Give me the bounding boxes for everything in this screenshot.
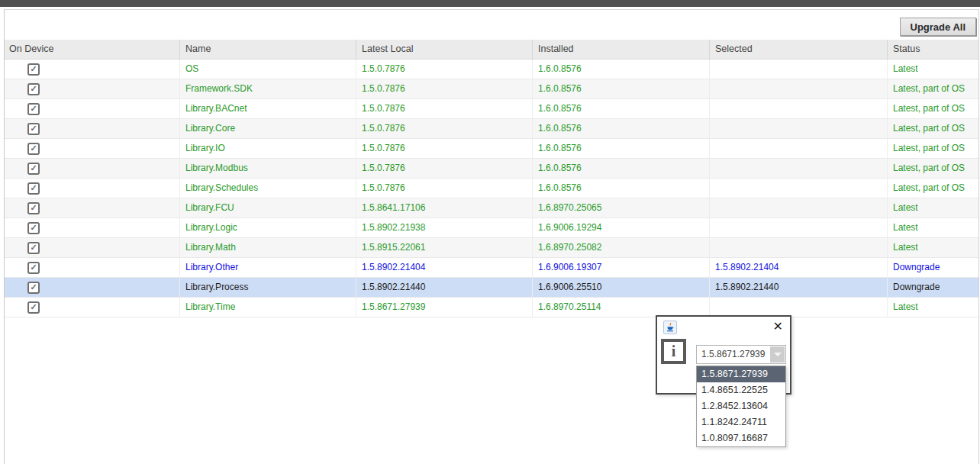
cell-name: Library.Logic [180, 218, 356, 237]
table-row[interactable]: ✓ Framework.SDK 1.5.0.7876 1.6.0.8576 La… [5, 79, 978, 99]
on-device-checkbox[interactable]: ✓ [27, 103, 40, 115]
cell-selected [710, 60, 888, 79]
table-row[interactable]: ✓ Library.Logic 1.5.8902.21938 1.6.9006.… [5, 218, 978, 238]
cell-latest-local: 1.5.0.7876 [356, 119, 533, 138]
cell-installed: 1.6.0.8576 [533, 99, 710, 118]
cell-selected: 1.5.8902.21404 [710, 258, 888, 277]
cell-latest-local: 1.5.0.7876 [356, 179, 533, 198]
table-row[interactable]: ✓ Library.Process 1.5.8902.21440 1.6.900… [5, 278, 978, 298]
table-row[interactable]: ✓ Library.Math 1.5.8915.22061 1.6.8970.2… [5, 238, 978, 258]
upgrade-all-button[interactable]: Upgrade All [900, 18, 976, 36]
table-row[interactable]: ✓ Library.Modbus 1.5.0.7876 1.6.0.8576 L… [5, 159, 978, 179]
java-icon [663, 321, 677, 334]
cell-latest-local: 1.5.8641.17106 [356, 198, 533, 218]
cell-on-device: ✓ [5, 238, 180, 257]
cell-status: Latest [888, 218, 978, 237]
version-combobox[interactable]: 1.5.8671.27939 [696, 345, 786, 364]
table-row[interactable]: ✓ Library.IO 1.5.0.7876 1.6.0.8576 Lates… [5, 139, 978, 159]
on-device-checkbox[interactable]: ✓ [27, 83, 40, 95]
cell-on-device: ✓ [5, 258, 180, 277]
cell-status: Latest, part of OS [888, 139, 978, 158]
version-option[interactable]: 1.4.8651.22525 [697, 382, 785, 398]
on-device-checkbox[interactable]: ✓ [27, 182, 40, 195]
cell-name: Library.BACnet [180, 99, 356, 118]
cell-name: Library.Process [180, 278, 356, 297]
cell-name: Library.Other [180, 258, 356, 277]
checkmark-icon: ✓ [30, 224, 37, 232]
checkmark-icon: ✓ [30, 204, 37, 212]
cell-status: Latest [888, 198, 978, 218]
cell-selected: 1.5.8902.21440 [710, 278, 888, 297]
cell-installed: 1.6.9006.19294 [533, 218, 710, 237]
cell-on-device: ✓ [5, 278, 180, 297]
cell-latest-local: 1.5.0.7876 [356, 139, 533, 158]
cell-on-device: ✓ [5, 218, 180, 237]
chevron-down-icon [774, 353, 782, 356]
on-device-checkbox[interactable]: ✓ [27, 143, 40, 155]
cell-selected [710, 79, 888, 98]
table-body: ✓ OS 1.5.0.7876 1.6.0.8576 Latest ✓ Fram… [5, 60, 978, 317]
version-option[interactable]: 1.2.8452.13604 [697, 398, 785, 414]
cell-name: Library.Core [180, 119, 356, 138]
checkmark-icon: ✓ [30, 124, 37, 133]
cell-selected [710, 218, 888, 237]
on-device-checkbox[interactable]: ✓ [27, 123, 40, 135]
cell-installed: 1.6.9006.19307 [533, 258, 710, 277]
cell-status: Latest [888, 298, 978, 317]
cell-latest-local: 1.5.8902.21938 [356, 218, 533, 237]
col-header-on-device: On Device [5, 40, 180, 59]
cell-name: Library.Math [180, 238, 356, 257]
cell-on-device: ✓ [5, 99, 180, 118]
checkmark-icon: ✓ [30, 144, 37, 153]
on-device-checkbox[interactable]: ✓ [27, 301, 40, 314]
cell-installed: 1.6.8970.25065 [533, 198, 710, 218]
on-device-checkbox[interactable]: ✓ [27, 242, 40, 254]
cell-status: Latest, part of OS [888, 119, 978, 138]
cell-on-device: ✓ [5, 298, 180, 317]
table-row[interactable]: ✓ Library.Schedules 1.5.0.7876 1.6.0.857… [5, 179, 978, 198]
on-device-checkbox[interactable]: ✓ [27, 282, 40, 294]
table-row[interactable]: ✓ Library.Other 1.5.8902.21404 1.6.9006.… [5, 258, 978, 278]
update-panel: Upgrade All On Device Name Latest Local … [4, 9, 979, 464]
cell-selected [710, 99, 888, 118]
version-option[interactable]: 1.0.8097.16687 [697, 430, 785, 446]
cell-installed: 1.6.8970.25082 [533, 238, 710, 257]
cell-latest-local: 1.5.8902.21440 [356, 278, 533, 297]
cell-on-device: ✓ [5, 79, 180, 98]
version-option[interactable]: 1.1.8242.24711 [697, 414, 785, 430]
cell-status: Latest, part of OS [888, 179, 978, 198]
checkmark-icon: ✓ [30, 85, 37, 93]
cell-installed: 1.6.8970.25114 [533, 298, 710, 317]
on-device-checkbox[interactable]: ✓ [27, 163, 40, 175]
col-header-name: Name [180, 40, 356, 59]
version-option[interactable]: 1.5.8671.27939 [697, 366, 785, 382]
cell-selected [710, 298, 888, 317]
table-row[interactable]: ✓ Library.Core 1.5.0.7876 1.6.0.8576 Lat… [5, 119, 978, 139]
on-device-checkbox[interactable]: ✓ [27, 262, 40, 274]
on-device-checkbox[interactable]: ✓ [27, 202, 40, 214]
combobox-value: 1.5.8671.27939 [701, 346, 765, 363]
col-header-latest-local: Latest Local [356, 40, 533, 59]
table-row[interactable]: ✓ Library.FCU 1.5.8641.17106 1.6.8970.25… [5, 198, 978, 218]
cell-on-device: ✓ [5, 179, 180, 198]
close-icon[interactable]: ✕ [773, 319, 783, 334]
on-device-checkbox[interactable]: ✓ [27, 63, 40, 76]
cell-selected [710, 198, 888, 218]
cell-latest-local: 1.5.8915.22061 [356, 238, 533, 257]
cell-status: Latest, part of OS [888, 99, 978, 118]
table-row[interactable]: ✓ Library.BACnet 1.5.0.7876 1.6.0.8576 L… [5, 99, 978, 119]
combobox-dropdown-button[interactable] [770, 346, 785, 362]
cell-latest-local: 1.5.8671.27939 [356, 298, 533, 317]
checkmark-icon: ✓ [30, 65, 37, 73]
table-row[interactable]: ✓ Library.Time 1.5.8671.27939 1.6.8970.2… [5, 298, 978, 317]
table-row[interactable]: ✓ OS 1.5.0.7876 1.6.0.8576 Latest [5, 60, 978, 79]
cell-on-device: ✓ [5, 198, 180, 218]
col-header-status: Status [888, 40, 978, 59]
on-device-checkbox[interactable]: ✓ [27, 222, 40, 234]
checkmark-icon: ✓ [30, 243, 37, 252]
version-dropdown-list: 1.5.8671.279391.4.8651.225251.2.8452.136… [696, 366, 786, 447]
checkmark-icon: ✓ [30, 105, 37, 113]
checkmark-icon: ✓ [30, 303, 37, 311]
cell-latest-local: 1.5.0.7876 [356, 60, 533, 79]
cell-on-device: ✓ [5, 139, 180, 158]
